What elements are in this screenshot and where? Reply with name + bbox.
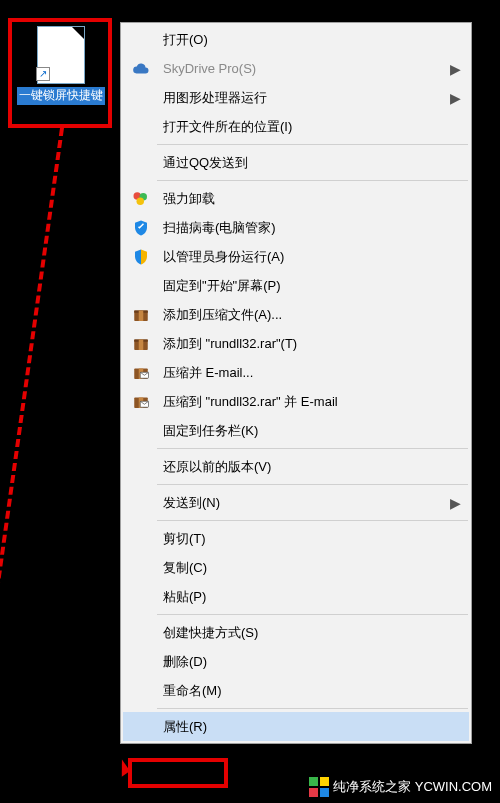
blank-icon [129, 88, 153, 108]
watermark-text: 纯净系统之家 YCWIN.COM [333, 778, 492, 796]
blank-icon [129, 421, 153, 441]
archive-mail-icon [129, 363, 153, 383]
blank-icon [129, 558, 153, 578]
shield-icon [129, 218, 153, 238]
menu-label: 压缩到 "rundll32.rar" 并 E-mail [153, 393, 465, 411]
separator [157, 448, 468, 449]
menu-label: 复制(C) [153, 559, 465, 577]
menu-run-admin[interactable]: 以管理员身份运行(A) [123, 242, 469, 271]
blank-icon [129, 717, 153, 737]
svg-rect-8 [139, 339, 144, 350]
menu-pin-start[interactable]: 固定到"开始"屏幕(P) [123, 271, 469, 300]
menu-label: 强力卸载 [153, 190, 465, 208]
menu-label: 创建快捷方式(S) [153, 624, 465, 642]
menu-compress-email[interactable]: 压缩并 E-mail... [123, 358, 469, 387]
menu-label: 扫描病毒(电脑管家) [153, 219, 465, 237]
uninstall-icon [129, 189, 153, 209]
chevron-right-icon: ▶ [450, 90, 465, 106]
menu-run-gfx[interactable]: 用图形处理器运行 ▶ [123, 83, 469, 112]
menu-label: 压缩并 E-mail... [153, 364, 465, 382]
archive-icon [129, 334, 153, 354]
blank-icon [129, 652, 153, 672]
watermark: 纯净系统之家 YCWIN.COM [309, 777, 492, 797]
menu-label: SkyDrive Pro(S) [153, 61, 450, 76]
annotation-arrow-line [0, 128, 64, 758]
menu-label: 删除(D) [153, 653, 465, 671]
menu-send-to[interactable]: 发送到(N) ▶ [123, 488, 469, 517]
separator [157, 708, 468, 709]
menu-label: 还原以前的版本(V) [153, 458, 465, 476]
blank-icon [129, 457, 153, 477]
menu-add-rundll[interactable]: 添加到 "rundll32.rar"(T) [123, 329, 469, 358]
admin-shield-icon [129, 247, 153, 267]
menu-label: 用图形处理器运行 [153, 89, 450, 107]
menu-label: 属性(R) [153, 718, 465, 736]
blank-icon [129, 153, 153, 173]
menu-properties[interactable]: 属性(R) [123, 712, 469, 741]
menu-label: 添加到 "rundll32.rar"(T) [153, 335, 465, 353]
menu-label: 粘贴(P) [153, 588, 465, 606]
menu-pin-taskbar[interactable]: 固定到任务栏(K) [123, 416, 469, 445]
annotation-highlight-properties [128, 758, 228, 788]
blank-icon [129, 623, 153, 643]
svg-rect-5 [139, 310, 144, 321]
blank-icon [129, 117, 153, 137]
menu-label: 打开(O) [153, 31, 465, 49]
menu-label: 打开文件所在的位置(I) [153, 118, 465, 136]
menu-label: 通过QQ发送到 [153, 154, 465, 172]
cloud-icon [129, 59, 153, 79]
menu-label: 固定到任务栏(K) [153, 422, 465, 440]
shortcut-arrow-badge: ↗ [36, 67, 50, 81]
menu-label: 发送到(N) [153, 494, 450, 512]
menu-qq-send[interactable]: 通过QQ发送到 [123, 148, 469, 177]
chevron-right-icon: ▶ [450, 61, 465, 77]
menu-copy[interactable]: 复制(C) [123, 553, 469, 582]
separator [157, 614, 468, 615]
archive-mail-icon [129, 392, 153, 412]
separator [157, 520, 468, 521]
blank-icon [129, 587, 153, 607]
menu-label: 添加到压缩文件(A)... [153, 306, 465, 324]
separator [157, 484, 468, 485]
menu-label: 固定到"开始"屏幕(P) [153, 277, 465, 295]
menu-paste[interactable]: 粘贴(P) [123, 582, 469, 611]
svg-point-2 [137, 197, 145, 205]
context-menu: 打开(O) SkyDrive Pro(S) ▶ 用图形处理器运行 ▶ 打开文件所… [120, 22, 472, 744]
menu-open[interactable]: 打开(O) [123, 25, 469, 54]
desktop-shortcut[interactable]: ↗ 一键锁屏快捷键 [16, 26, 106, 105]
separator [157, 144, 468, 145]
menu-force-uninstall[interactable]: 强力卸载 [123, 184, 469, 213]
blank-icon [129, 30, 153, 50]
separator [157, 180, 468, 181]
menu-rename[interactable]: 重命名(M) [123, 676, 469, 705]
menu-create-shortcut[interactable]: 创建快捷方式(S) [123, 618, 469, 647]
menu-restore-prev[interactable]: 还原以前的版本(V) [123, 452, 469, 481]
menu-label: 重命名(M) [153, 682, 465, 700]
blank-icon [129, 493, 153, 513]
annotation-arrow-head [108, 751, 130, 776]
windows-flag-icon [309, 777, 329, 797]
menu-skydrive[interactable]: SkyDrive Pro(S) ▶ [123, 54, 469, 83]
menu-add-archive[interactable]: 添加到压缩文件(A)... [123, 300, 469, 329]
menu-delete[interactable]: 删除(D) [123, 647, 469, 676]
menu-label: 剪切(T) [153, 530, 465, 548]
menu-cut[interactable]: 剪切(T) [123, 524, 469, 553]
menu-open-location[interactable]: 打开文件所在的位置(I) [123, 112, 469, 141]
blank-icon [129, 681, 153, 701]
blank-icon [129, 529, 153, 549]
menu-compress-rundll-email[interactable]: 压缩到 "rundll32.rar" 并 E-mail [123, 387, 469, 416]
menu-label: 以管理员身份运行(A) [153, 248, 465, 266]
menu-scan-virus[interactable]: 扫描病毒(电脑管家) [123, 213, 469, 242]
shortcut-label: 一键锁屏快捷键 [17, 87, 105, 105]
blank-icon [129, 276, 153, 296]
chevron-right-icon: ▶ [450, 495, 465, 511]
archive-icon [129, 305, 153, 325]
